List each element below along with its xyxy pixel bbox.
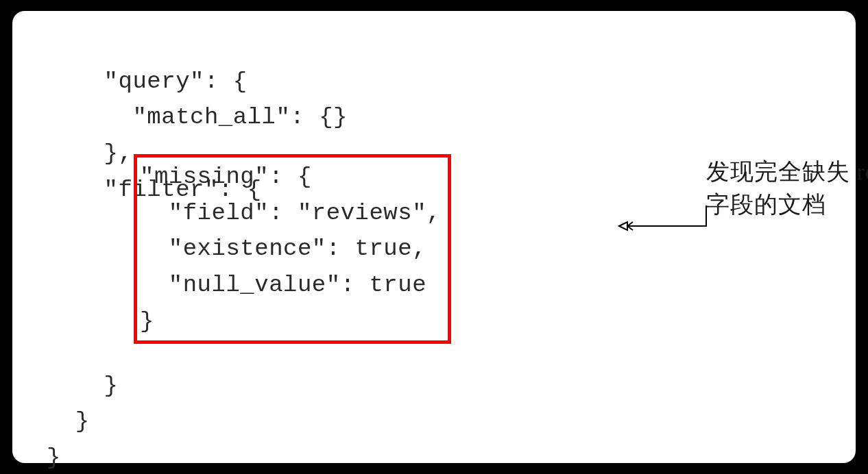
code-line: } [47, 373, 119, 399]
annotation-line: 字段的文档 [706, 188, 868, 221]
code-line: "match_all": {} [47, 104, 348, 130]
code-line: }, [47, 140, 132, 166]
highlighted-region: "missing": { "field": "reviews", "existe… [134, 154, 451, 344]
code-line: "field": "reviews", [140, 200, 441, 226]
code-line: "existence": true, [140, 236, 426, 262]
code-line: "query": { [47, 68, 248, 95]
annotation-arrow-icon [614, 205, 710, 247]
code-line: } [140, 308, 154, 334]
code-line: "missing": { [140, 164, 312, 190]
annotation-callout: 发现完全缺失 reviews 字段的文档 [706, 155, 868, 221]
code-line: } [47, 408, 90, 434]
code-line: "null_value": true [140, 272, 426, 298]
boxed-code: "missing": { "field": "reviews", "existe… [140, 159, 441, 339]
annotation-line: 发现完全缺失 reviews [706, 155, 868, 188]
highlight-box: "missing": { "field": "reviews", "existe… [134, 154, 451, 344]
code-block-bottom: } } } }' [47, 332, 119, 474]
document-page: "query": { "match_all": {} }, "filter": … [12, 11, 856, 463]
svg-marker-0 [619, 222, 627, 230]
code-line: } [47, 445, 61, 471]
